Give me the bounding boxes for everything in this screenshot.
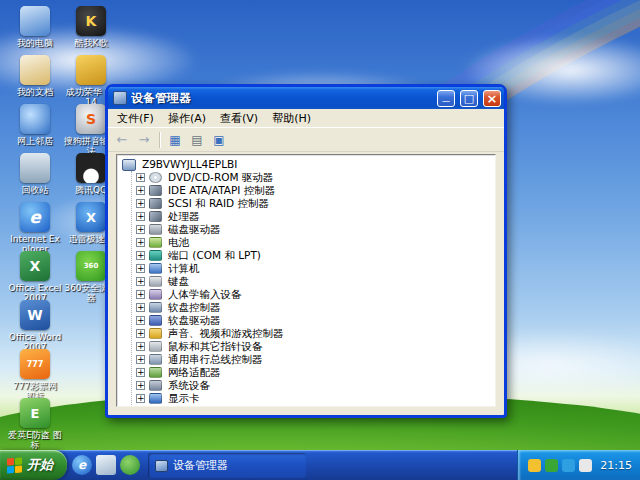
menu-file[interactable]: 文件(F) xyxy=(110,109,161,128)
tray-network-icon[interactable] xyxy=(562,459,575,472)
desktop-icon-lottery[interactable]: 777彩票网 图标 xyxy=(8,349,62,402)
toolbar-separator xyxy=(159,132,160,148)
scsi-raid-controller-icon xyxy=(149,198,162,209)
tree-item[interactable]: 显示卡 xyxy=(136,392,495,405)
expand-icon[interactable] xyxy=(136,355,145,364)
k-app-icon xyxy=(76,6,106,36)
usb-controller-icon xyxy=(149,354,162,365)
maximize-button[interactable] xyxy=(460,90,478,107)
floppy-controller-icon xyxy=(149,302,162,313)
browser-360-icon xyxy=(76,251,106,281)
menu-view[interactable]: 查看(V) xyxy=(213,109,265,128)
tree-item[interactable]: 键盘 xyxy=(136,275,495,288)
expand-icon[interactable] xyxy=(136,212,145,221)
expand-icon[interactable] xyxy=(136,238,145,247)
menubar: 文件(F) 操作(A) 查看(V) 帮助(H) xyxy=(108,109,504,128)
expand-icon[interactable] xyxy=(136,329,145,338)
tree-item-label: 通用串行总线控制器 xyxy=(166,353,265,366)
tree-item[interactable]: 声音、视频和游戏控制器 xyxy=(136,327,495,340)
expand-icon[interactable] xyxy=(136,251,145,260)
desktop-icon-label: 酷我K歌 xyxy=(64,38,118,48)
expand-icon[interactable] xyxy=(136,173,145,182)
tree-item[interactable]: 通用串行总线控制器 xyxy=(136,353,495,366)
expand-icon[interactable] xyxy=(136,342,145,351)
sogou-icon xyxy=(76,104,106,134)
desktop-icon-network-places[interactable]: 网上邻居 xyxy=(8,104,62,146)
tree-item[interactable]: 端口 (COM 和 LPT) xyxy=(136,249,495,262)
expand-icon[interactable] xyxy=(136,225,145,234)
tree-item[interactable]: 网络适配器 xyxy=(136,366,495,379)
quick-launch-ie-icon[interactable] xyxy=(72,455,92,475)
tree-item[interactable]: 人体学输入设备 xyxy=(136,288,495,301)
menu-action[interactable]: 操作(A) xyxy=(161,109,213,128)
desktop-icon-excel[interactable]: Office Excel 2007 xyxy=(8,251,62,304)
tree-item[interactable]: 电池 xyxy=(136,236,495,249)
task-button-label: 设备管理器 xyxy=(173,458,228,473)
device-tree[interactable]: Z9BVWYJLL4EPLBI DVD/CD-ROM 驱动器 IDE ATA/A… xyxy=(116,154,496,407)
expand-icon[interactable] xyxy=(136,368,145,377)
titlebar[interactable]: 设备管理器 xyxy=(108,87,504,109)
expand-icon[interactable] xyxy=(136,381,145,390)
desktop-icon-security-app[interactable]: 爱英E防盗 图标 xyxy=(8,398,62,450)
desktop-icon-label: 爱英E防盗 图标 xyxy=(8,430,62,450)
tree-root-label: Z9BVWYJLL4EPLBI xyxy=(140,158,239,171)
expand-icon[interactable] xyxy=(136,394,145,403)
tree-item[interactable]: 处理器 xyxy=(136,210,495,223)
tree-item[interactable]: 软盘控制器 xyxy=(136,301,495,314)
expand-icon[interactable] xyxy=(136,186,145,195)
expand-icon[interactable] xyxy=(136,316,145,325)
tree-item-label: 人体学输入设备 xyxy=(166,288,244,301)
start-button-label: 开始 xyxy=(27,456,53,474)
tree-item[interactable]: SCSI 和 RAID 控制器 xyxy=(136,197,495,210)
desktop-icon-my-documents[interactable]: 我的文档 xyxy=(8,55,62,97)
forward-icon[interactable] xyxy=(134,130,154,149)
minimize-button[interactable] xyxy=(437,90,455,107)
computer-icon xyxy=(149,263,162,274)
back-icon[interactable] xyxy=(112,130,132,149)
desktop-icon-k-app[interactable]: 酷我K歌 xyxy=(64,6,118,48)
tree-item[interactable]: 计算机 xyxy=(136,262,495,275)
window-title: 设备管理器 xyxy=(131,90,432,107)
mouse-icon xyxy=(149,341,162,352)
tree-item[interactable]: 系统设备 xyxy=(136,379,495,392)
tray-volume-icon[interactable] xyxy=(579,459,592,472)
desktop-icon-label: 回收站 xyxy=(8,185,62,195)
tree-item[interactable]: DVD/CD-ROM 驱动器 xyxy=(136,171,495,184)
desktop-icon-recycle-bin[interactable]: 回收站 xyxy=(8,153,62,195)
tree-item-label: 电池 xyxy=(166,236,191,249)
tree-item-label: DVD/CD-ROM 驱动器 xyxy=(166,171,275,184)
quick-launch-app-icon[interactable] xyxy=(120,455,140,475)
desktop-icon-internet-explorer[interactable]: Internet Explorer xyxy=(8,202,62,255)
tree-root[interactable]: Z9BVWYJLL4EPLBI xyxy=(122,158,495,171)
security-app-icon xyxy=(20,398,50,428)
tray-antivirus-icon[interactable] xyxy=(545,459,558,472)
expand-icon[interactable] xyxy=(136,303,145,312)
expand-icon[interactable] xyxy=(136,199,145,208)
cd-drive-icon xyxy=(149,172,162,183)
tree-item[interactable]: IDE ATA/ATAPI 控制器 xyxy=(136,184,495,197)
tree-item[interactable]: 磁盘驱动器 xyxy=(136,223,495,236)
tree-item[interactable]: 软盘驱动器 xyxy=(136,314,495,327)
expand-icon[interactable] xyxy=(136,264,145,273)
console-tree-icon[interactable] xyxy=(165,130,185,149)
my-computer-icon xyxy=(20,6,50,36)
ide-controller-icon xyxy=(149,185,162,196)
desktop-icon-word[interactable]: Office Word 2007 xyxy=(8,300,62,353)
expand-icon[interactable] xyxy=(136,277,145,286)
task-button-device-manager[interactable]: 设备管理器 xyxy=(148,453,306,478)
properties-icon[interactable] xyxy=(187,130,207,149)
close-button[interactable] xyxy=(483,90,501,107)
tree-item[interactable]: 鼠标和其它指针设备 xyxy=(136,340,495,353)
expand-icon[interactable] xyxy=(136,290,145,299)
word-icon xyxy=(20,300,50,330)
menu-help[interactable]: 帮助(H) xyxy=(265,109,318,128)
tray-input-method-icon[interactable] xyxy=(528,459,541,472)
help-icon[interactable] xyxy=(209,130,229,149)
excel-icon xyxy=(20,251,50,281)
desktop-icon-label: 我的文档 xyxy=(8,87,62,97)
tree-item-label: IDE ATA/ATAPI 控制器 xyxy=(166,184,277,197)
start-button[interactable]: 开始 xyxy=(0,450,67,480)
show-desktop-icon[interactable] xyxy=(96,455,116,475)
desktop-icon-my-computer[interactable]: 我的电脑 xyxy=(8,6,62,48)
clock[interactable]: 21:15 xyxy=(600,459,632,472)
